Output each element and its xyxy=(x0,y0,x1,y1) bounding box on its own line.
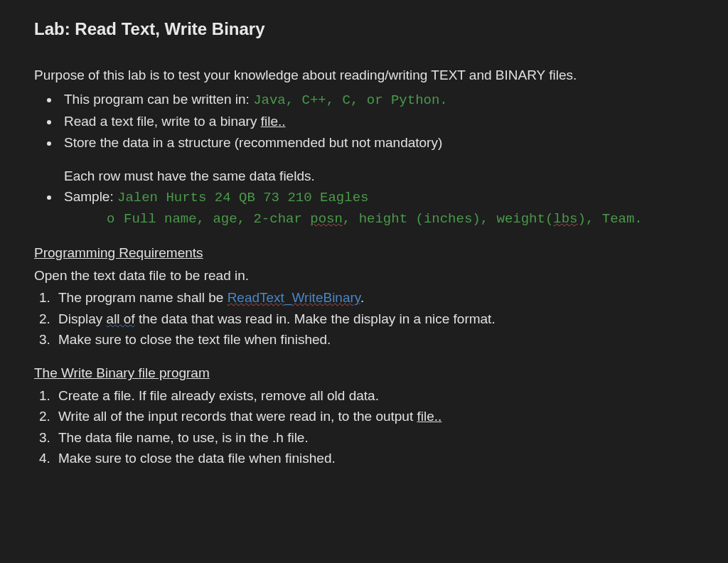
program-name-part: ReadText xyxy=(228,290,284,305)
languages: Java, C++, C, or Python. xyxy=(253,92,448,108)
spell-flag: posn xyxy=(310,211,343,227)
text: Write all of the input records that were… xyxy=(58,409,417,424)
text: the data that was read in. Make the disp… xyxy=(135,311,496,326)
text: Make sure to close the data file when fi… xyxy=(58,451,336,466)
file-link[interactable]: file.. xyxy=(417,409,441,424)
write-binary-list: Create a file. If file already exists, r… xyxy=(38,385,694,469)
text: The program name shall be xyxy=(58,290,228,305)
sample-fields: oFull name, age, 2-char posn, height (in… xyxy=(107,209,694,230)
text: This program can be written in: xyxy=(64,92,253,107)
list-item: Store the data in a structure (recommend… xyxy=(60,132,694,187)
section-heading-write-binary: The Write Binary file program xyxy=(34,363,694,383)
text: Full name, age, 2-char xyxy=(124,211,310,227)
text: ), Team. xyxy=(578,211,643,227)
text: Make sure to close the text file when fi… xyxy=(58,332,331,347)
sub-bullet-marker: o xyxy=(107,209,124,230)
sample-data: Jalen Hurts 24 QB 73 210 Eagles xyxy=(117,190,368,205)
grammar-flag: all of xyxy=(107,311,135,326)
program-name-part: WriteBinary xyxy=(291,290,360,305)
text: Create a file. If file already exists, r… xyxy=(58,388,379,403)
text: Sample: xyxy=(64,189,117,204)
intro-bullet-list: This program can be written in: Java, C+… xyxy=(47,89,694,230)
list-item: Read a text file, write to a binary file… xyxy=(60,111,694,132)
text: Store the data in a structure (recommend… xyxy=(64,135,442,150)
text: Display xyxy=(58,311,107,326)
program-name-sep: _ xyxy=(284,290,292,305)
lead-paragraph: Purpose of this lab is to test your know… xyxy=(34,65,694,85)
list-item: The program name shall be ReadText_Write… xyxy=(54,287,694,308)
text: Each row must have the same data fields. xyxy=(64,166,694,186)
requirements-list: The program name shall be ReadText_Write… xyxy=(38,287,694,350)
list-item: The data file name, to use, is in the .h… xyxy=(54,427,694,448)
spell-flag: lbs xyxy=(553,211,577,227)
section-heading-requirements: Programming Requirements xyxy=(34,242,694,263)
text: Read a text file, write to a binary xyxy=(64,114,261,129)
list-item: Write all of the input records that were… xyxy=(54,406,694,427)
text: Open the text data file to be read in. xyxy=(34,265,694,286)
list-item: Make sure to close the data file when fi… xyxy=(54,448,694,468)
list-item: Make sure to close the text file when fi… xyxy=(54,329,694,350)
text: . xyxy=(360,290,364,305)
page-title: Lab: Read Text, Write Binary xyxy=(34,16,694,42)
list-item: This program can be written in: Java, C+… xyxy=(60,89,694,111)
text: The data file name, to use, is in the .h… xyxy=(58,430,309,445)
list-item: Sample: Jalen Hurts 24 QB 73 210 Eagles … xyxy=(60,186,694,230)
document-page: Lab: Read Text, Write Binary Purpose of … xyxy=(0,0,728,483)
list-item: Create a file. If file already exists, r… xyxy=(54,385,694,406)
text: , height (inches), weight( xyxy=(343,211,553,227)
file-link[interactable]: file.. xyxy=(261,114,286,129)
list-item: Display all of the data that was read in… xyxy=(54,309,694,329)
